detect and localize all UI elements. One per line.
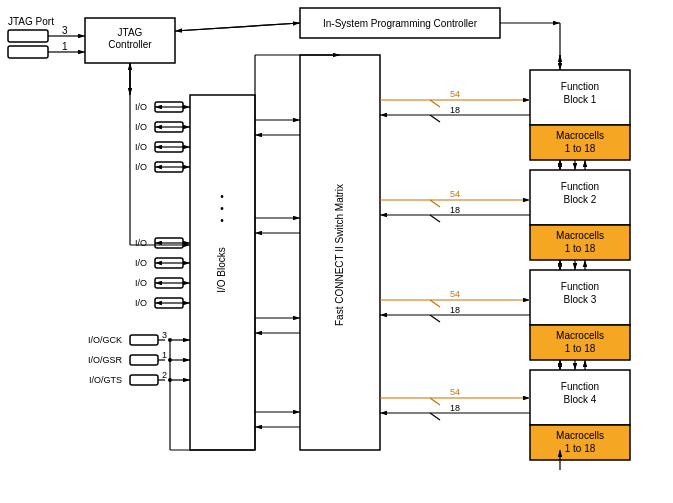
- io-label-1: I/O: [135, 102, 147, 112]
- fb2-18-label: 18: [450, 205, 460, 215]
- io-gts-label: I/O/GTS: [89, 375, 122, 385]
- svg-line-49: [430, 398, 440, 405]
- ellipsis: •: [220, 191, 224, 202]
- svg-line-50: [430, 413, 440, 420]
- gsr-num: 1: [162, 350, 167, 360]
- jtag-conn-top: [8, 30, 48, 42]
- fb1-top-label1: Function: [561, 81, 599, 92]
- io-label-4: I/O: [135, 162, 147, 172]
- gck-num: 3: [162, 330, 167, 340]
- io-gck-pin: [130, 335, 158, 345]
- gts-num: 2: [162, 370, 167, 380]
- io-gts-pin: [130, 375, 158, 385]
- fb3-top-label2: Block 3: [564, 294, 597, 305]
- svg-line-41: [430, 200, 440, 207]
- diagram-container: JTAG Port 3 1 JTAG Controller In-System …: [0, 0, 673, 503]
- jtag-num-3: 3: [62, 25, 68, 36]
- io-label-2: I/O: [135, 122, 147, 132]
- fb4-bottom-label2: 1 to 18: [565, 443, 596, 454]
- switch-matrix-label: Fast CONNECT II Switch Matrix: [334, 184, 345, 326]
- svg-line-42: [430, 215, 440, 222]
- svg-line-62: [175, 23, 300, 31]
- ellipsis2: •: [220, 203, 224, 214]
- fb3-18-label: 18: [450, 305, 460, 315]
- fb4-top-label1: Function: [561, 381, 599, 392]
- fb3-54-label: 54: [450, 289, 460, 299]
- fb3-bottom-label2: 1 to 18: [565, 343, 596, 354]
- fb4-18-label: 18: [450, 403, 460, 413]
- svg-line-38: [430, 115, 440, 122]
- fb1-bottom-label2: 1 to 18: [565, 143, 596, 154]
- fb1-54-label: 54: [450, 89, 460, 99]
- fb2-54-label: 54: [450, 189, 460, 199]
- fb2-bottom-label2: 1 to 18: [565, 243, 596, 254]
- jtag-controller-label: JTAG: [118, 27, 143, 38]
- svg-line-45: [430, 300, 440, 307]
- io-gck-label: I/O/GCK: [88, 335, 122, 345]
- io-label-8: I/O: [135, 298, 147, 308]
- fb3-top-label1: Function: [561, 281, 599, 292]
- isp-controller-label: In-System Programming Controller: [323, 18, 478, 29]
- io-blocks-label: I/O Blocks: [216, 247, 227, 293]
- ellipsis3: •: [220, 215, 224, 226]
- jtag-num-1: 1: [62, 41, 68, 52]
- fb1-bottom-label1: Macrocells: [556, 130, 604, 141]
- fb2-top-label1: Function: [561, 181, 599, 192]
- fb4-bottom-label1: Macrocells: [556, 430, 604, 441]
- fb1-18-label: 18: [450, 105, 460, 115]
- svg-point-24: [168, 338, 172, 342]
- jtag-controller-label2: Controller: [108, 39, 152, 50]
- io-label-5: I/O: [135, 238, 147, 248]
- fb1-top-label2: Block 1: [564, 94, 597, 105]
- svg-line-37: [430, 100, 440, 107]
- fb4-top-label2: Block 4: [564, 394, 597, 405]
- io-label-7: I/O: [135, 278, 147, 288]
- io-label-3: I/O: [135, 142, 147, 152]
- fb4-54-label: 54: [450, 387, 460, 397]
- io-gsr-pin: [130, 355, 158, 365]
- io-gsr-label: I/O/GSR: [88, 355, 123, 365]
- fb3-bottom-label1: Macrocells: [556, 330, 604, 341]
- io-label-6: I/O: [135, 258, 147, 268]
- jtag-port-label: JTAG Port: [8, 16, 54, 27]
- jtag-conn-bottom: [8, 46, 48, 58]
- fb2-top-label2: Block 2: [564, 194, 597, 205]
- fb2-bottom-label1: Macrocells: [556, 230, 604, 241]
- svg-line-46: [430, 315, 440, 322]
